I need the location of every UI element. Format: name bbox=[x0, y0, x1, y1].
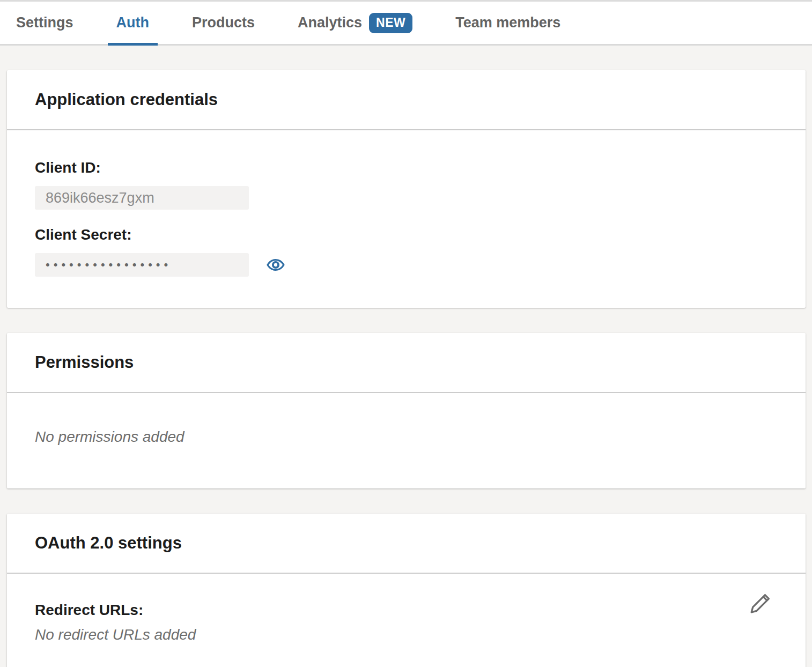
application-credentials-title: Application credentials bbox=[35, 90, 218, 109]
permissions-empty-text: No permissions added bbox=[35, 428, 778, 446]
auth-page: Application credentials Client ID: Clien… bbox=[0, 46, 812, 667]
oauth-settings-header: OAuth 2.0 settings bbox=[7, 514, 806, 574]
tab-products[interactable]: Products bbox=[192, 2, 255, 44]
tab-auth[interactable]: Auth bbox=[116, 2, 149, 44]
permissions-title: Permissions bbox=[35, 353, 134, 372]
new-badge: NEW bbox=[369, 13, 412, 33]
redirect-urls-label: Redirect URLs: bbox=[35, 602, 778, 619]
show-secret-button[interactable] bbox=[266, 255, 285, 275]
tab-settings[interactable]: Settings bbox=[16, 2, 73, 44]
permissions-card: Permissions No permissions added bbox=[7, 333, 806, 488]
tab-analytics[interactable]: Analytics NEW bbox=[298, 2, 412, 44]
oauth-settings-body: Redirect URLs: No redirect URLs added bbox=[7, 574, 806, 667]
client-secret-field[interactable] bbox=[35, 253, 249, 277]
tab-settings-label: Settings bbox=[16, 14, 73, 31]
application-credentials-body: Client ID: Client Secret: bbox=[7, 130, 806, 308]
tab-team-members[interactable]: Team members bbox=[455, 2, 560, 44]
redirect-urls-empty-text: No redirect URLs added bbox=[35, 626, 778, 643]
tab-analytics-label: Analytics bbox=[298, 14, 362, 31]
tab-auth-label: Auth bbox=[116, 14, 149, 31]
edit-redirect-urls-button[interactable] bbox=[749, 591, 772, 615]
client-secret-label: Client Secret: bbox=[35, 226, 778, 243]
client-id-label: Client ID: bbox=[35, 159, 778, 176]
client-id-field[interactable] bbox=[35, 186, 249, 210]
permissions-header: Permissions bbox=[7, 333, 806, 393]
oauth-settings-card: OAuth 2.0 settings Redirect URLs: No red… bbox=[7, 514, 806, 667]
pencil-icon bbox=[749, 609, 772, 617]
tab-team-members-label: Team members bbox=[455, 14, 560, 31]
client-secret-row bbox=[35, 253, 778, 277]
application-credentials-card: Application credentials Client ID: Clien… bbox=[7, 70, 806, 308]
permissions-body: No permissions added bbox=[7, 393, 806, 488]
tab-products-label: Products bbox=[192, 14, 255, 31]
application-credentials-header: Application credentials bbox=[7, 70, 806, 130]
app-tabbar: Settings Auth Products Analytics NEW Tea… bbox=[0, 0, 812, 46]
eye-icon bbox=[266, 268, 285, 276]
oauth-settings-title: OAuth 2.0 settings bbox=[35, 533, 182, 553]
